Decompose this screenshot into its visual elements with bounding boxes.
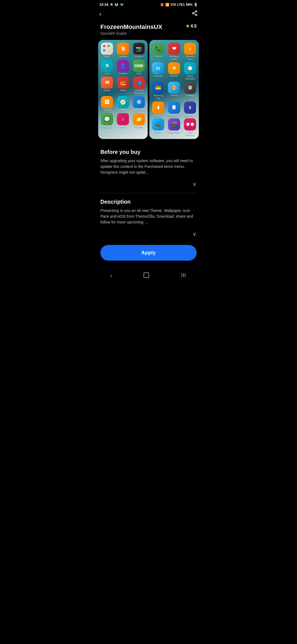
list-item: ⚙ Settings <box>183 82 197 100</box>
before-you-buy-title: Before you buy <box>100 149 197 155</box>
video-editor-label: Video Editor <box>168 131 180 134</box>
list-item: 📻 Radio <box>116 77 130 94</box>
list-item: ♪ Music <box>116 113 130 129</box>
blackberry-icon: ✳ <box>110 2 113 7</box>
description-title: Description <box>100 199 197 205</box>
list-item: ⊞ Calculator <box>116 43 130 58</box>
list-item: ✕ Clock <box>100 60 114 75</box>
list-item: ✉ Email <box>100 77 114 94</box>
samsung-notes-label: Samsung Notes <box>183 55 197 61</box>
description-text: Presenting to you an all new Theme, Wall… <box>100 208 197 225</box>
list-item: 📷 Camera <box>132 43 146 58</box>
list-item: 💳 Samsung Pay <box>151 82 165 100</box>
calculator-icon: ⊞ <box>117 43 129 55</box>
video-icon: 📹 <box>152 118 164 130</box>
music-label: Music <box>120 126 126 129</box>
smart-things-label: Smart Things <box>132 109 145 111</box>
share-button[interactable] <box>192 10 198 18</box>
clock-icon: ✕ <box>101 60 113 72</box>
rating-value: 4.5 <box>191 24 197 29</box>
dmb-icon: DMB <box>133 60 145 72</box>
bottom-recent-button[interactable] <box>180 272 187 280</box>
top-navigation: ‹ <box>95 8 202 21</box>
my-files-icon: 📁 <box>133 113 145 125</box>
galaxy-wearable-icon: ⌚ <box>184 62 196 74</box>
calculator-label: Calculator <box>118 55 128 58</box>
smart-things-icon: ⚙ <box>133 96 145 108</box>
themes-label: Themes <box>170 94 178 97</box>
apply-btn-container: Apply <box>95 241 202 266</box>
wifi-icon: 📶 <box>165 3 169 7</box>
apply-button[interactable]: Apply <box>100 245 197 261</box>
list-item: $ Smart Switch <box>183 102 197 117</box>
calendar-label: Calendar <box>154 75 163 78</box>
phone-label: Phone <box>155 55 161 58</box>
samsung-health-label: Samsung Health <box>167 55 181 61</box>
list-item: ⬇ Side Sync <box>151 102 165 117</box>
rating: ★ 4.5 <box>186 23 197 29</box>
battery-icon: 🔋 <box>194 3 198 7</box>
bottom-home-button[interactable] <box>143 272 150 280</box>
mail-icon: M <box>115 2 118 7</box>
battery-text: 99% <box>186 3 193 7</box>
mute-icon: 🔇 <box>160 3 164 7</box>
penup-icon: ✈ <box>168 62 180 74</box>
app-author: Saurabh Gupta <box>100 31 162 36</box>
contacts-label: Contacts <box>119 72 127 75</box>
chevron-down-icon-2[interactable]: ∨ <box>193 231 197 237</box>
before-you-buy-section: Before you buy After upgrading your syst… <box>95 146 202 179</box>
camera-label: Camera <box>135 55 143 58</box>
list-item: 🎬 Video Editor <box>167 118 181 136</box>
samsung-health-icon: ❤ <box>168 43 180 55</box>
samsung-members-icon: 👥 <box>133 77 145 89</box>
status-left: 10:34 ✳ M 🐦 <box>99 2 124 7</box>
chevron-down-icon[interactable]: ∨ <box>193 181 197 187</box>
internet-icon: 🧭 <box>117 96 129 108</box>
messages-icon: 💬 <box>101 113 113 125</box>
samsung-members-label: Samsung Members <box>132 89 145 94</box>
contacts-icon: 👤 <box>117 60 129 72</box>
video-editor-icon: 🎬 <box>168 118 180 130</box>
smart-switch-label: Smart Switch <box>183 114 196 117</box>
apps-label: Apps <box>105 55 109 58</box>
device-care-label: Device Care <box>168 114 180 117</box>
settings-icon: ⚙ <box>184 82 196 94</box>
list-item: 31 Calendar <box>151 62 165 80</box>
list-item: 👥 Samsung Members <box>132 77 146 94</box>
right-phone-preview: 📞 Phone ❤ Samsung Health ≡ Samsung Notes… <box>149 40 199 139</box>
status-right: 🔇 📶 VOl LTE1 99% 🔋 <box>160 3 198 7</box>
phone-icon: 📞 <box>152 43 164 55</box>
list-item: 📞 Phone <box>151 43 165 61</box>
back-button[interactable]: ‹ <box>99 10 101 18</box>
radio-label: Radio <box>120 89 126 92</box>
video-label: Video <box>155 131 161 134</box>
clock-label: Clock <box>104 72 110 75</box>
description-expand[interactable]: ∨ <box>95 228 202 241</box>
list-item: ≡ Samsung Notes <box>183 43 197 61</box>
gallery-label: Gallery <box>103 109 110 111</box>
penup-label: PENUP <box>170 75 178 78</box>
list-item: 🎨 Themes <box>167 82 181 100</box>
list-item: 👤 Contacts <box>116 60 130 75</box>
list-item: ⚙ Smart Things <box>132 96 146 111</box>
left-icon-grid: Apps ⊞ Calculator 📷 Camera ✕ Clock 👤 Con… <box>100 43 146 129</box>
before-you-buy-expand[interactable]: ∨ <box>95 179 202 191</box>
svg-line-4 <box>194 12 196 13</box>
list-item: ✈ PENUP <box>167 62 181 80</box>
bottom-back-button[interactable]: ‹ <box>110 272 112 280</box>
preview-container: Apps ⊞ Calculator 📷 Camera ✕ Clock 👤 Con… <box>95 40 202 139</box>
internet-label: Internet <box>119 109 127 111</box>
apps-icon <box>101 43 113 55</box>
calendar-icon: 31 <box>152 62 164 74</box>
list-item: 🖼 Gallery <box>100 96 114 111</box>
email-icon: ✉ <box>101 77 113 89</box>
status-bar: 10:34 ✳ M 🐦 🔇 📶 VOl LTE1 99% 🔋 <box>95 0 202 8</box>
left-phone-preview: Apps ⊞ Calculator 📷 Camera ✕ Clock 👤 Con… <box>98 40 148 139</box>
dmb-label: DMB <box>136 72 141 75</box>
list-item: 💬 Messages <box>100 113 114 129</box>
samsung-notes-icon: ≡ <box>184 43 196 55</box>
before-you-buy-text: After upgrading your system software, yo… <box>100 158 197 175</box>
list-item: 📹 Video <box>151 118 165 136</box>
side-sync-label: Side Sync <box>153 114 163 117</box>
my-files-label: My Files <box>135 126 143 129</box>
